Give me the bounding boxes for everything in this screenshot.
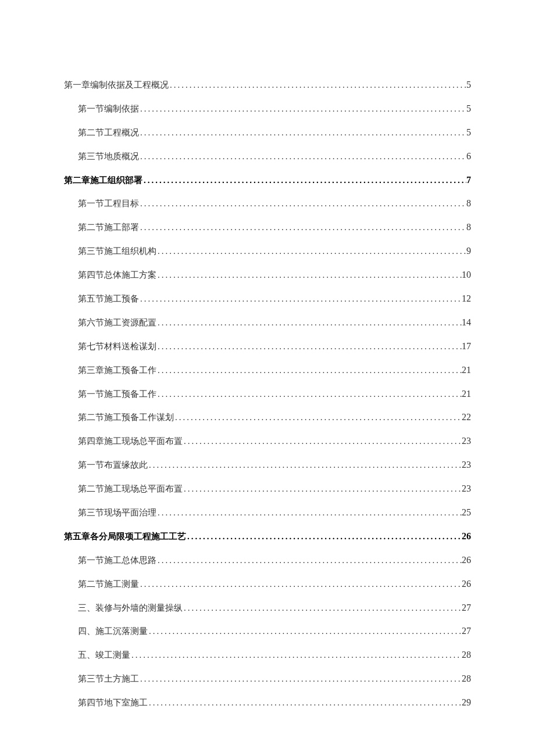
toc-leader-dots [156,554,462,567]
toc-leader-dots [156,341,462,353]
toc-entry: 第一章编制依据及工程概况5 [57,78,471,91]
toc-leader-dots [142,174,466,187]
toc-entry-page: 28 [462,672,471,685]
toc-entry-page: 27 [462,625,471,637]
toc-entry-title: 第二节施工现场总平面布置 [78,483,183,495]
toc-entry: 第三节土方施工28 [57,672,471,685]
toc-entry-page: 17 [462,340,471,353]
toc-entry-title: 第二节施工部署 [78,221,139,234]
toc-entry-title: 三、装修与外墙的测量操纵 [78,602,183,614]
toc-entry-page: 5 [466,78,471,91]
toc-entry-title: 第三节施工组织机构 [78,245,156,257]
toc-entry-page: 25 [462,506,471,519]
toc-entry: 第一节施工预备工作21 [57,388,471,400]
toc-leader-dots [148,697,462,709]
toc-entry: 第三节现场平面治理25 [57,506,471,519]
toc-leader-dots [156,245,466,257]
toc-entry-page: 10 [462,268,471,281]
toc-entry: 四、施工沉落测量27 [57,625,471,637]
toc-leader-dots [169,79,466,91]
toc-leader-dots [183,602,462,614]
toc-entry-title: 第七节材料送检谋划 [78,341,156,353]
toc-entry: 三、装修与外墙的测量操纵27 [57,601,471,614]
toc-entry-page: 22 [462,411,471,424]
toc-entry: 第二节施工现场总平面布置23 [57,482,471,495]
toc-entry: 第三节施工组织机构9 [57,245,471,257]
toc-entry-page: 5 [466,126,471,139]
toc-entry-page: 26 [462,578,471,590]
toc-entry-title: 第三节土方施工 [78,673,139,685]
toc-leader-dots [139,293,462,305]
toc-entry-page: 6 [466,150,471,163]
toc-entry-page: 29 [462,696,471,709]
table-of-contents: 第一章编制依据及工程概况5第一节编制依据5第二节工程概况5第三节地质概况6第二章… [57,78,471,710]
toc-leader-dots [148,625,462,637]
toc-entry-page: 21 [462,388,471,400]
toc-entry: 第七节材料送检谋划17 [57,340,471,353]
toc-leader-dots [148,459,462,471]
toc-entry-page: 26 [462,554,471,567]
toc-leader-dots [139,103,466,115]
toc-entry-page: 7 [466,174,471,187]
toc-entry: 第三节地质概况6 [57,150,471,163]
toc-entry-page: 9 [466,245,471,257]
toc-entry: 第一节工程目标8 [57,197,471,210]
toc-entry-title: 四、施工沉落测量 [78,625,148,637]
toc-entry-title: 第六节施工资源配置 [78,317,156,329]
toc-entry: 第二章施工组织部署7 [57,174,471,187]
toc-entry-title: 第二节工程概况 [78,127,139,139]
toc-entry-title: 第二节施工预备工作谋划 [78,411,174,424]
toc-leader-dots [139,578,462,590]
toc-entry-title: 五、竣工测量 [78,649,130,661]
toc-entry-title: 第一节施工总体思路 [78,554,156,567]
toc-entry-title: 第四章施工现场总平面布置 [78,435,183,447]
toc-entry: 第一节布置缘故此23 [57,458,471,471]
toc-entry: 第三章施工预备工作21 [57,364,471,377]
toc-entry: 第一节编制依据5 [57,102,471,115]
toc-entry-page: 5 [466,102,471,115]
toc-entry-page: 23 [462,458,471,471]
toc-entry: 第二节施工部署8 [57,221,471,234]
toc-entry-title: 第一节施工预备工作 [78,388,156,400]
toc-leader-dots [183,435,462,447]
toc-leader-dots [186,531,462,543]
toc-entry-title: 第一节编制依据 [78,103,139,115]
toc-leader-dots [156,269,462,281]
toc-entry: 第一节施工总体思路26 [57,554,471,567]
toc-entry-title: 第三节地质概况 [78,151,139,163]
toc-entry: 第四节总体施工方案10 [57,268,471,281]
toc-entry-title: 第四节总体施工方案 [78,269,156,281]
toc-entry: 第二节施工测量26 [57,578,471,590]
toc-leader-dots [183,483,462,495]
toc-entry-title: 第一节布置缘故此 [78,459,148,471]
toc-entry: 五、竣工测量28 [57,648,471,661]
toc-leader-dots [139,198,466,210]
toc-entry-page: 27 [462,601,471,614]
toc-leader-dots [174,411,462,424]
toc-leader-dots [156,388,462,400]
toc-entry: 第四章施工现场总平面布置23 [57,435,471,447]
toc-entry: 第五章各分局限项工程施工工艺26 [57,530,471,543]
toc-entry-title: 第五章各分局限项工程施工工艺 [64,531,186,543]
toc-entry: 第二节工程概况5 [57,126,471,139]
toc-entry-page: 12 [462,292,471,305]
toc-entry-page: 23 [462,482,471,495]
toc-leader-dots [139,673,462,685]
toc-entry-title: 第三章施工预备工作 [78,364,156,377]
toc-leader-dots [139,127,466,139]
toc-entry-title: 第二节施工测量 [78,578,139,590]
toc-leader-dots [156,317,462,329]
toc-entry-page: 8 [466,197,471,210]
toc-entry-title: 第五节施工预备 [78,293,139,305]
toc-entry-title: 第一节工程目标 [78,198,139,210]
toc-entry-title: 第一章编制依据及工程概况 [64,79,169,91]
toc-entry: 第六节施工资源配置14 [57,316,471,329]
toc-entry-page: 14 [462,316,471,329]
toc-leader-dots [130,649,462,661]
toc-entry: 第四节地下室施工29 [57,696,471,709]
toc-entry: 第二节施工预备工作谋划22 [57,411,471,424]
toc-entry-page: 8 [466,221,471,234]
toc-entry-page: 23 [462,435,471,447]
toc-entry: 第五节施工预备12 [57,292,471,305]
toc-leader-dots [139,221,466,234]
